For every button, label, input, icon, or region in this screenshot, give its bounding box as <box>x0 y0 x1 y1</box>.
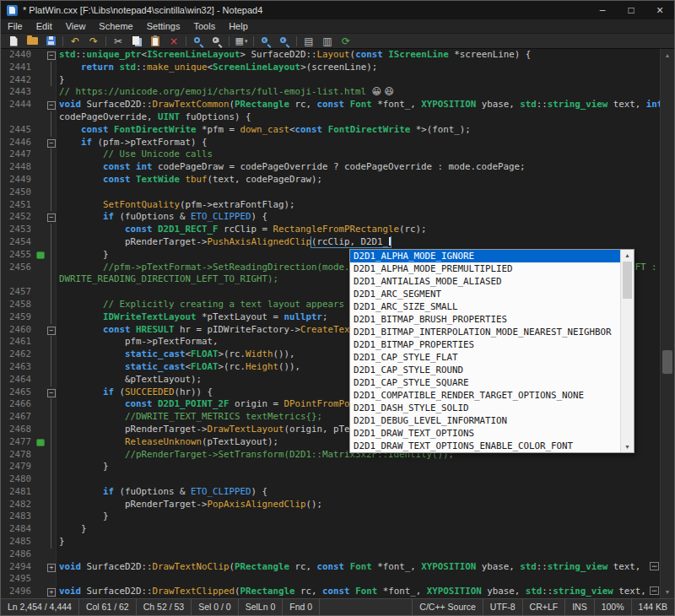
line-number[interactable]: 2467 <box>1 411 35 424</box>
new-file-icon[interactable] <box>4 35 23 48</box>
autocomplete-item[interactable]: D2D1_DRAW_TEXT_OPTIONS_ENABLE_COLOR_FONT <box>350 440 620 452</box>
replace-icon[interactable]: a <box>208 35 226 48</box>
code-text[interactable]: std::unique_ptr<IScreenLineLayout> Surfa… <box>57 49 660 62</box>
reload-icon[interactable]: ⟳ <box>337 35 355 48</box>
code-text[interactable]: void SurfaceD2D::DrawTextCommon(PRectang… <box>57 99 660 111</box>
code-text[interactable]: void SurfaceD2D::DrawTextClipped(PRectan… <box>57 586 660 598</box>
autocomplete-item[interactable]: D2D1_ARC_SEGMENT <box>350 288 620 300</box>
bookmark-margin[interactable] <box>35 499 46 511</box>
bookmark-margin[interactable] <box>35 273 46 286</box>
bookmark-margin[interactable] <box>35 336 46 349</box>
code-text[interactable]: } <box>57 74 660 87</box>
bookmark-margin[interactable] <box>35 361 46 374</box>
redo-icon[interactable]: ↷ <box>84 35 103 48</box>
line-number[interactable]: 2459 <box>1 311 35 324</box>
fold-toggle-icon[interactable] <box>46 211 57 224</box>
autocomplete-item[interactable]: D2D1_BITMAP_INTERPOLATION_MODE_NEAREST_N… <box>350 326 620 338</box>
line-number[interactable]: 2448 <box>1 161 35 174</box>
scheme-select[interactable]: ▦▾ <box>232 35 251 48</box>
bookmark-margin[interactable] <box>35 523 46 536</box>
bookmark-margin[interactable] <box>35 99 46 111</box>
code-text[interactable]: // Use Unicode calls <box>57 149 660 161</box>
bookmark-margin[interactable] <box>35 161 46 174</box>
bookmark-margin[interactable] <box>35 299 46 311</box>
autocomplete-list[interactable]: D2D1_ALPHA_MODE_IGNORED2D1_ALPHA_MODE_PR… <box>350 250 620 452</box>
menu-tools[interactable]: Tools <box>186 21 222 31</box>
code-text[interactable] <box>57 473 660 486</box>
line-number[interactable]: 2452 <box>1 211 35 224</box>
code-text[interactable] <box>57 573 660 586</box>
bookmark-margin[interactable] <box>35 311 46 324</box>
minimize-button[interactable]: – <box>588 1 617 19</box>
view-list-icon[interactable]: ▤ <box>300 35 318 48</box>
bookmark-margin[interactable] <box>35 236 46 249</box>
line-number[interactable]: 2496 <box>1 586 35 598</box>
bookmark-margin[interactable] <box>35 286 46 299</box>
bookmark-margin[interactable] <box>35 461 46 473</box>
code-text[interactable]: if (pfm->pTextFormat) { <box>57 137 660 149</box>
code-text[interactable]: } <box>57 536 660 548</box>
bookmark-margin[interactable] <box>35 137 46 149</box>
fold-toggle-icon[interactable] <box>46 137 57 149</box>
bookmark-margin[interactable] <box>35 561 46 574</box>
status-zoom[interactable]: 100% <box>594 599 631 615</box>
code-text[interactable]: if (fuOptions & ETO_CLIPPED) { <box>57 486 660 499</box>
bookmark-margin[interactable] <box>35 411 46 424</box>
bookmark-margin[interactable] <box>35 124 46 137</box>
scroll-up-icon[interactable]: ▲ <box>661 49 674 62</box>
bookmark-margin[interactable] <box>35 424 46 436</box>
line-number[interactable]: 2480 <box>1 473 35 486</box>
line-number[interactable] <box>1 273 35 286</box>
autocomplete-item[interactable]: D2D1_BITMAP_BRUSH_PROPERTIES <box>350 313 620 326</box>
zoom-out-icon[interactable]: − <box>256 35 275 48</box>
line-number[interactable]: 2442 <box>1 74 35 87</box>
line-number[interactable] <box>1 111 35 124</box>
scroll-down-icon[interactable]: ▼ <box>661 586 674 598</box>
save-file-icon[interactable] <box>41 35 60 48</box>
line-number[interactable]: 2441 <box>1 62 35 74</box>
cut-icon[interactable]: ✂ <box>109 35 127 48</box>
line-number[interactable]: 2485 <box>1 536 35 548</box>
line-number[interactable]: 2453 <box>1 224 35 236</box>
autocomplete-item[interactable]: D2D1_DRAW_TEXT_OPTIONS <box>350 427 620 440</box>
autocomplete-item[interactable]: D2D1_ARC_SIZE_SMALL <box>350 300 620 313</box>
line-number[interactable]: 2466 <box>1 398 35 411</box>
autocomplete-item[interactable]: D2D1_ALPHA_MODE_PREMULTIPLIED <box>350 262 620 275</box>
status-character[interactable]: Ch 52 / 53 <box>137 599 192 615</box>
close-button[interactable]: × <box>645 1 674 19</box>
bookmark-margin[interactable] <box>35 174 46 186</box>
line-number[interactable]: 2446 <box>1 137 35 149</box>
line-number[interactable]: 2450 <box>1 186 35 199</box>
line-number[interactable]: 2494 <box>1 561 35 574</box>
editor-vertical-scrollbar[interactable]: ▲ ▼ <box>660 49 674 598</box>
line-number[interactable]: 2482 <box>1 499 35 511</box>
zoom-in-icon[interactable]: + <box>275 35 294 48</box>
menu-file[interactable]: File <box>1 21 30 31</box>
bookmark-margin[interactable] <box>35 111 46 124</box>
line-number[interactable]: 2481 <box>1 486 35 499</box>
code-text[interactable]: pRenderTarget->PushAxisAlignedClip(rcCli… <box>57 236 660 249</box>
bookmark-margin[interactable] <box>35 536 46 548</box>
bookmark-margin[interactable] <box>35 548 46 561</box>
bookmark-icon[interactable] <box>35 249 46 262</box>
autocomplete-item[interactable]: D2D1_CAP_STYLE_ROUND <box>350 364 620 376</box>
autocomplete-item[interactable]: D2D1_ANTIALIAS_MODE_ALIASED <box>350 275 620 288</box>
bookmark-margin[interactable] <box>35 349 46 361</box>
fold-toggle-icon[interactable] <box>46 586 57 598</box>
code-text[interactable]: } <box>57 511 660 523</box>
code-text[interactable] <box>57 548 660 561</box>
line-number[interactable]: 2443 <box>1 86 35 99</box>
fold-toggle-icon[interactable] <box>46 49 57 62</box>
autocomplete-scroll-up-icon[interactable]: ▲ <box>621 250 634 261</box>
find-icon[interactable] <box>189 35 208 48</box>
open-file-icon[interactable] <box>23 35 41 48</box>
line-number[interactable]: 2479 <box>1 461 35 473</box>
line-number[interactable]: 2449 <box>1 174 35 186</box>
maximize-button[interactable]: □ <box>617 1 645 19</box>
bookmark-margin[interactable] <box>35 224 46 236</box>
bookmark-margin[interactable] <box>35 49 46 62</box>
bookmark-margin[interactable] <box>35 324 46 337</box>
status-encoding[interactable]: UTF-8 <box>483 599 522 615</box>
bookmark-margin[interactable] <box>35 62 46 74</box>
line-number[interactable]: 2458 <box>1 299 35 311</box>
